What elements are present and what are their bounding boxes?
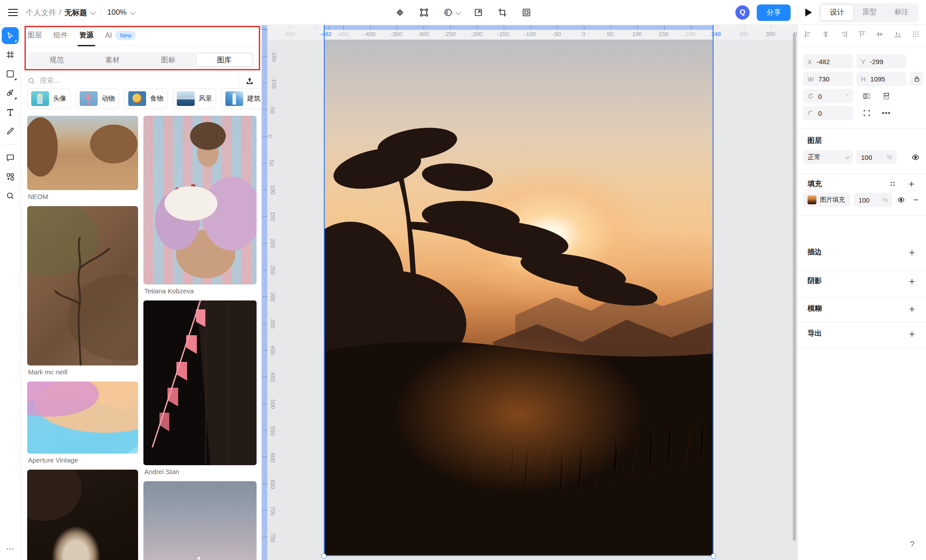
text-tool-button[interactable]	[2, 104, 19, 121]
fill-opacity-field[interactable]: %	[854, 193, 892, 207]
avatar[interactable]: Q	[735, 5, 750, 20]
breadcrumb[interactable]: 个人文件 / 无标题	[26, 8, 94, 18]
gallery-image-rock-arch[interactable]	[27, 470, 138, 560]
library-tab-materials[interactable]: 素材	[85, 53, 140, 67]
constrain-proportions-button[interactable]	[910, 72, 923, 86]
align-right-icon[interactable]	[840, 30, 848, 38]
width-field[interactable]: W	[803, 72, 853, 86]
fill-style-grid-button[interactable]	[887, 178, 898, 190]
corner-radius-field[interactable]	[803, 106, 853, 120]
scale-tool-button[interactable]	[473, 7, 484, 18]
corner-radius-input[interactable]	[818, 110, 840, 117]
fill-type-row[interactable]: 图片填充	[803, 193, 850, 207]
comment-tool-button[interactable]	[2, 149, 19, 166]
tab-components[interactable]: 组件	[53, 25, 68, 46]
gallery-image-cracked-earth[interactable]	[27, 206, 138, 365]
category-chip-scenery[interactable]: 风景	[173, 88, 216, 109]
layer-opacity-input[interactable]	[861, 154, 876, 161]
height-input[interactable]	[870, 75, 899, 83]
chevron-down-icon[interactable]	[455, 9, 461, 15]
canvas-area[interactable]: -550-482-450-400-350-300-250-200-150-100…	[261, 25, 797, 560]
zoom-level-dropdown[interactable]: 100%	[107, 8, 134, 17]
resources-tool-button[interactable]	[2, 168, 19, 185]
flip-vertical-button[interactable]	[881, 90, 892, 102]
search-tool-button[interactable]	[2, 187, 19, 204]
mask-tool-button[interactable]	[443, 7, 460, 18]
category-chip-architecture[interactable]: 建筑	[221, 88, 261, 109]
gallery-image-pink-stairs[interactable]	[143, 300, 257, 465]
tab-design[interactable]: 设计	[820, 4, 853, 21]
tab-annotate[interactable]: 标注	[885, 4, 918, 21]
share-button[interactable]: 分享	[757, 4, 791, 21]
rotation-input[interactable]	[818, 93, 840, 100]
present-play-button[interactable]	[805, 8, 812, 16]
main-menu-icon[interactable]	[6, 6, 20, 19]
library-tab-icons[interactable]: 图标	[140, 53, 196, 67]
selection-handle-bottom-left[interactable]	[321, 553, 326, 559]
fill-opacity-input[interactable]	[858, 196, 873, 204]
more-options-button[interactable]: •••	[881, 107, 892, 119]
add-blur-button[interactable]	[906, 303, 918, 315]
align-top-icon[interactable]	[858, 30, 866, 38]
category-chip-animal[interactable]: 动物	[76, 88, 119, 109]
flip-horizontal-button[interactable]	[861, 90, 873, 102]
pencil-tool-button[interactable]	[2, 123, 19, 140]
breadcrumb-folder[interactable]: 个人文件	[26, 8, 56, 18]
blend-mode-dropdown[interactable]: 正常	[803, 150, 853, 164]
tab-prototype[interactable]: 原型	[853, 4, 885, 21]
library-tab-guidelines[interactable]: 规范	[29, 53, 85, 67]
v-ruler-label: 200	[269, 239, 276, 248]
selected-image-layer[interactable]	[324, 30, 714, 556]
category-chip-food[interactable]: 食物	[124, 88, 167, 109]
select-tool-button[interactable]	[2, 27, 19, 44]
canvas-vertical-scrollbar[interactable]	[793, 33, 796, 541]
edit-points-icon	[419, 7, 429, 18]
component-tool-button[interactable]	[395, 7, 405, 18]
pen-tool-button[interactable]	[2, 85, 19, 101]
gallery-image-woman-cake[interactable]	[143, 116, 257, 284]
frame-insert-button[interactable]	[521, 7, 532, 18]
selection-handle-bottom-right[interactable]	[711, 553, 716, 559]
tab-resources[interactable]: 资源	[79, 25, 94, 46]
library-tab-gallery[interactable]: 图库	[196, 53, 253, 67]
tab-ai[interactable]: AI New	[105, 25, 136, 46]
help-button[interactable]: ?	[910, 540, 914, 549]
gallery-image-evening-sky[interactable]	[143, 481, 257, 560]
align-bottom-icon[interactable]	[894, 30, 902, 38]
rotation-field[interactable]: °	[803, 89, 853, 103]
shape-tool-button[interactable]	[2, 65, 19, 82]
crop-tool-button[interactable]	[497, 7, 508, 18]
align-left-icon[interactable]	[804, 30, 812, 38]
layer-opacity-field[interactable]: %	[857, 150, 897, 164]
frame-tool-button[interactable]	[2, 46, 19, 63]
file-title[interactable]: 无标题	[65, 8, 87, 18]
gallery-image-pastel-waves[interactable]	[27, 381, 138, 454]
height-field[interactable]: H	[857, 72, 906, 86]
remove-fill-button[interactable]	[910, 194, 921, 206]
edit-points-tool-button[interactable]	[419, 7, 429, 18]
fill-visibility-button[interactable]	[896, 194, 906, 206]
align-vertical-center-icon[interactable]	[876, 30, 884, 38]
tool-dropdown-corner	[14, 78, 16, 80]
y-position-field[interactable]: Y	[857, 54, 906, 69]
distribute-icon[interactable]	[912, 30, 920, 38]
add-fill-button[interactable]	[906, 178, 917, 190]
search-input[interactable]	[40, 77, 233, 85]
x-input[interactable]	[816, 58, 845, 65]
width-input[interactable]	[818, 75, 847, 83]
tab-layers[interactable]: 图层	[28, 25, 42, 46]
fill-image-thumbnail[interactable]	[808, 195, 816, 204]
add-shadow-button[interactable]	[906, 276, 918, 287]
x-position-field[interactable]: X	[803, 54, 853, 69]
toolbar-more-button[interactable]: ⋯	[0, 544, 21, 554]
chevron-down-icon[interactable]	[90, 9, 96, 15]
layer-visibility-button[interactable]	[910, 151, 921, 163]
gallery-image-neom[interactable]	[27, 116, 138, 190]
upload-image-icon[interactable]	[245, 77, 254, 85]
align-horizontal-center-icon[interactable]	[822, 30, 830, 38]
y-input[interactable]	[870, 58, 898, 65]
independent-corners-button[interactable]	[861, 107, 873, 119]
add-export-button[interactable]	[906, 328, 918, 340]
add-stroke-button[interactable]	[906, 247, 918, 258]
category-chip-avatar[interactable]: 头像	[27, 88, 70, 109]
